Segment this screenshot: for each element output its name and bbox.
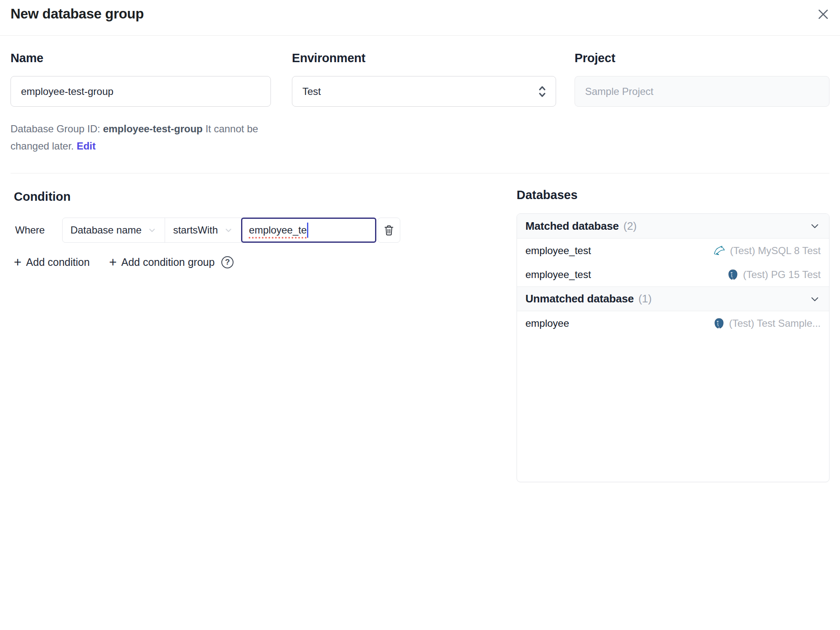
condition-expression-group: Database name startsWith employee_te xyxy=(62,218,376,243)
close-icon xyxy=(816,7,831,22)
environment-label: Environment xyxy=(292,51,556,65)
section-divider xyxy=(10,173,830,173)
condition-field-select[interactable]: Database name xyxy=(63,218,165,242)
project-label: Project xyxy=(575,51,830,65)
environment-selected-value: Test xyxy=(302,86,321,97)
environment-field-group: Environment Test xyxy=(292,51,556,107)
help-icon[interactable]: ? xyxy=(221,256,234,268)
name-label: Name xyxy=(10,51,271,65)
plus-icon: + xyxy=(109,256,117,269)
environment-select[interactable]: Test xyxy=(292,76,556,107)
condition-heading: Condition xyxy=(14,190,71,204)
group-id-note-prefix: Database Group ID: xyxy=(10,123,103,134)
database-instance: (Test) Test Sample... xyxy=(729,318,821,329)
chevron-down-icon xyxy=(147,226,157,235)
databases-heading: Databases xyxy=(517,188,578,202)
condition-field-value: Database name xyxy=(71,224,142,236)
database-instance: (Test) PG 15 Test xyxy=(743,269,821,281)
mysql-icon xyxy=(713,244,726,257)
project-input: Sample Project xyxy=(575,76,830,107)
database-instance: (Test) MySQL 8 Test xyxy=(730,245,821,257)
matched-database-count: (2) xyxy=(623,220,637,233)
add-condition-button[interactable]: + Add condition xyxy=(14,256,90,269)
unmatched-database-count: (1) xyxy=(638,292,652,305)
name-field-group: Name xyxy=(10,51,271,107)
close-button[interactable] xyxy=(814,5,832,24)
edit-id-link[interactable]: Edit xyxy=(76,140,95,152)
add-condition-label: Add condition xyxy=(26,256,90,268)
chevron-down-icon xyxy=(224,226,233,235)
unmatched-database-title: Unmatched database xyxy=(525,292,634,305)
matched-database-header[interactable]: Matched database (2) xyxy=(517,214,829,239)
name-input[interactable] xyxy=(10,76,271,107)
matched-database-title: Matched database xyxy=(525,220,619,233)
where-label: Where xyxy=(15,224,45,236)
condition-value-text: employee_te xyxy=(249,224,307,236)
add-condition-group-label: Add condition group xyxy=(121,256,215,268)
database-name: employee_test xyxy=(525,245,591,257)
database-name: employee_test xyxy=(525,269,591,281)
condition-value-input[interactable]: employee_te xyxy=(241,218,376,243)
chevron-down-icon xyxy=(809,220,821,232)
page-title: New database group xyxy=(10,6,144,22)
group-id-note: Database Group ID: employee-test-group I… xyxy=(10,120,275,155)
project-field-group: Project Sample Project xyxy=(575,51,830,107)
postgres-icon xyxy=(727,269,739,281)
trash-icon xyxy=(383,224,395,236)
database-row: employee_test (Test) MySQL 8 Test xyxy=(517,239,829,262)
condition-operator-value: startsWith xyxy=(173,224,218,236)
dialog-header: New database group xyxy=(0,0,840,36)
plus-icon: + xyxy=(14,256,21,269)
database-row: employee (Test) Test Sample... xyxy=(517,311,829,335)
chevron-up-down-icon xyxy=(536,84,548,99)
condition-actions: + Add condition + Add condition group ? xyxy=(14,252,234,272)
databases-panel: Matched database (2) employee_test (Test… xyxy=(517,213,830,482)
condition-operator-select[interactable]: startsWith xyxy=(165,218,242,242)
project-value: Sample Project xyxy=(585,86,654,97)
postgres-icon xyxy=(713,318,725,329)
condition-row: Where Database name startsWith employee_… xyxy=(15,218,400,243)
unmatched-database-header[interactable]: Unmatched database (1) xyxy=(517,286,829,311)
database-name: employee xyxy=(525,318,569,329)
database-row: employee_test (Test) PG 15 Test xyxy=(517,262,829,286)
add-condition-group-button[interactable]: + Add condition group ? xyxy=(109,256,234,269)
delete-condition-button[interactable] xyxy=(378,218,400,243)
chevron-down-icon xyxy=(809,293,821,305)
text-caret xyxy=(307,223,308,238)
group-id-value: employee-test-group xyxy=(103,123,202,134)
